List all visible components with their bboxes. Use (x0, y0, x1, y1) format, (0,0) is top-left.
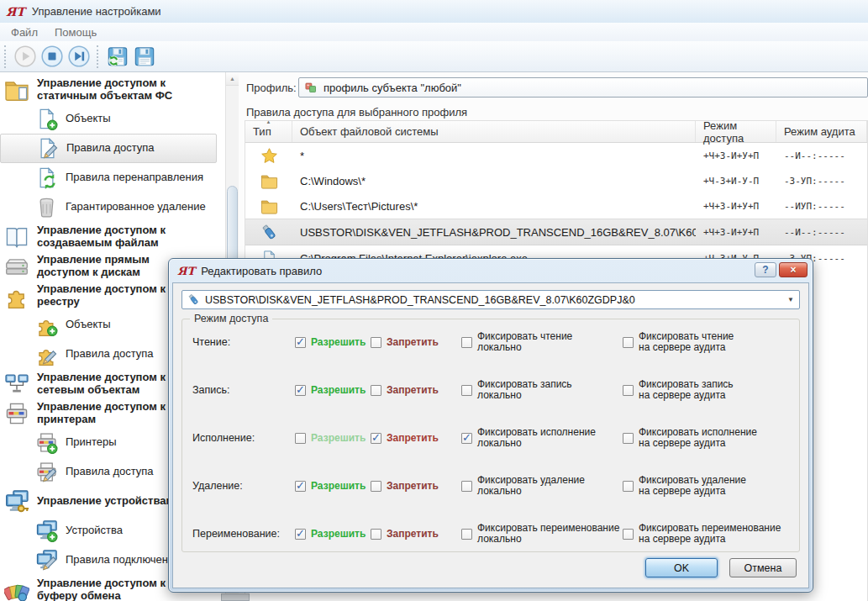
allow-checkbox[interactable] (295, 481, 306, 492)
allow-label: Разрешить (311, 480, 366, 492)
audit-server-cell[interactable]: Фиксировать исполнениена сервере аудита (623, 427, 794, 449)
audit-server-cell[interactable]: Фиксировать переименованиена сервере ауд… (623, 523, 794, 545)
profile-row: Профиль: профиль субъекта "любой" (246, 77, 868, 98)
menu-item[interactable]: Помощь (47, 24, 104, 40)
help-button[interactable]: ? (755, 262, 776, 277)
sidebar-item[interactable]: Правила перенаправления (0, 163, 237, 192)
monitor-plus-icon (35, 519, 58, 542)
table-row[interactable]: C:\Users\Тест\Pictures\*+Ч+З-И+У+П--ИУП:… (245, 193, 867, 219)
sidebar-item[interactable]: Управление доступом к статичным объектам… (0, 75, 237, 104)
column-header[interactable]: Объект файловой системы (292, 121, 696, 142)
permission-label: Запись: (192, 384, 295, 396)
ok-button[interactable]: OK (645, 558, 718, 577)
deny-checkbox[interactable] (371, 481, 381, 492)
deny-checkbox[interactable] (371, 433, 381, 444)
column-header[interactable]: Режим аудита (776, 121, 867, 142)
profile-combobox[interactable]: профиль субъекта "любой" (298, 77, 868, 98)
allow-checkbox[interactable] (295, 337, 306, 348)
menu-item[interactable]: Файл (3, 24, 45, 40)
save-settings-button[interactable] (132, 44, 157, 69)
audit-server-cell[interactable]: Фиксировать чтениена сервере аудита (623, 331, 794, 353)
toolbar (0, 41, 868, 72)
puzzle-icon (4, 283, 29, 308)
allow-cell[interactable]: Разрешить (295, 480, 371, 492)
profile-label: Профиль: (246, 82, 297, 94)
sidebar-item[interactable]: Объекты (0, 104, 237, 134)
column-header[interactable]: Режим доступа (696, 121, 776, 142)
column-header[interactable]: ▲Тип (245, 121, 292, 142)
toolbar-grip[interactable] (97, 45, 98, 68)
deny-checkbox[interactable] (371, 337, 381, 348)
step-button[interactable] (66, 44, 92, 69)
deny-checkbox[interactable] (371, 385, 381, 396)
audit-server-cell[interactable]: Фиксировать записьна сервере аудита (623, 379, 794, 401)
help-icon: ? (762, 264, 768, 276)
access-mode: +Ч-З+И-У-П (696, 176, 776, 187)
folder-icon-cell (245, 172, 292, 190)
stop-button[interactable] (39, 44, 65, 69)
sidebar-item-selected[interactable]: Правила доступа (0, 134, 217, 163)
allow-checkbox[interactable] (295, 433, 306, 444)
audit-local-label: Фиксировать исполнениелокально (477, 427, 596, 449)
cancel-button[interactable]: Отмена (729, 558, 797, 577)
table-row[interactable]: *+Ч+З-И+У+П--И--:----- (245, 143, 867, 168)
audit-local-cell[interactable]: Фиксировать удалениелокально (461, 475, 623, 497)
dialog-title-bar[interactable]: ЯТ Редактировать правило (169, 259, 813, 282)
star-icon-cell (245, 147, 292, 165)
audit-mode: --И--:----- (776, 150, 867, 161)
deny-cell[interactable]: Запретить (371, 384, 461, 396)
audit-local-checkbox[interactable] (461, 337, 472, 348)
rule-object-combobox[interactable]: USBSTOR\DISK&VEN_JETFLASH&PROD_TRANSCEND… (181, 290, 800, 309)
allow-cell[interactable]: Разрешить (295, 384, 371, 396)
allow-checkbox[interactable] (295, 529, 306, 540)
audit-server-checkbox[interactable] (623, 481, 634, 492)
access-mode-group: Режим доступа Чтение:РазрешитьЗапретитьФ… (181, 319, 800, 552)
audit-server-checkbox[interactable] (623, 529, 634, 540)
deny-checkbox[interactable] (371, 529, 381, 540)
rules-caption: Правила доступа для выбранного профиля (246, 106, 467, 119)
audit-local-cell[interactable]: Фиксировать исполнениелокально (461, 427, 623, 449)
sidebar-item[interactable]: Управление доступом к создаваемым файлам (0, 222, 237, 251)
load-settings-button[interactable] (105, 44, 130, 69)
page-refresh-icon (35, 166, 58, 189)
page-pencil-icon (36, 137, 59, 160)
toolbar-grip[interactable] (4, 45, 6, 68)
deny-label: Запретить (387, 528, 439, 540)
table-row-selected[interactable]: USBSTOR\DISK&VEN_JETFLASH&PROD_TRANSCEND… (245, 219, 867, 245)
allow-cell[interactable]: Разрешить (295, 336, 371, 348)
close-button[interactable]: × (779, 262, 808, 277)
permission-label: Исполнение: (192, 432, 295, 444)
allow-cell[interactable]: Разрешить (295, 432, 371, 444)
audit-server-checkbox[interactable] (623, 337, 634, 348)
audit-server-checkbox[interactable] (623, 433, 634, 444)
deny-cell[interactable]: Запретить (371, 528, 461, 540)
chevron-down-icon[interactable]: ▼ (784, 296, 797, 303)
sort-ascending-icon: ▲ (266, 119, 271, 124)
audit-local-cell[interactable]: Фиксировать записьлокально (461, 379, 623, 401)
title-bar[interactable]: ЯТ Управление настройками (0, 0, 868, 24)
star-icon (260, 147, 278, 165)
deny-cell[interactable]: Запретить (371, 480, 461, 492)
audit-server-checkbox[interactable] (623, 385, 634, 396)
allow-checkbox[interactable] (295, 385, 306, 396)
audit-local-cell[interactable]: Фиксировать чтениелокально (461, 331, 623, 353)
dialog-buttons: ? × (755, 262, 808, 277)
audit-server-cell[interactable]: Фиксировать удалениена сервере аудита (623, 475, 794, 497)
run-button[interactable] (13, 44, 38, 69)
sidebar-item[interactable]: Гарантированное удаление (0, 192, 237, 222)
audit-local-checkbox[interactable] (461, 529, 472, 540)
table-row[interactable]: C:\Windows\*+Ч-З+И-У-П-З-УП:----- (245, 168, 867, 193)
scroll-up-icon[interactable]: ▲ (226, 72, 239, 86)
allow-cell[interactable]: Разрешить (295, 528, 371, 540)
deny-cell[interactable]: Запретить (371, 336, 461, 348)
allow-label: Разрешить (311, 528, 366, 540)
audit-local-checkbox[interactable] (461, 433, 472, 444)
puzzle-plus-icon (35, 314, 58, 336)
table-header: ▲ТипОбъект файловой системыРежим доступа… (245, 121, 867, 143)
book-icon (4, 224, 29, 250)
permission-row: Чтение:РазрешитьЗапретитьФиксировать чте… (192, 331, 794, 353)
audit-local-checkbox[interactable] (461, 481, 472, 492)
audit-local-cell[interactable]: Фиксировать переименованиелокально (461, 523, 623, 545)
audit-local-checkbox[interactable] (461, 385, 472, 396)
deny-cell[interactable]: Запретить (371, 432, 461, 444)
